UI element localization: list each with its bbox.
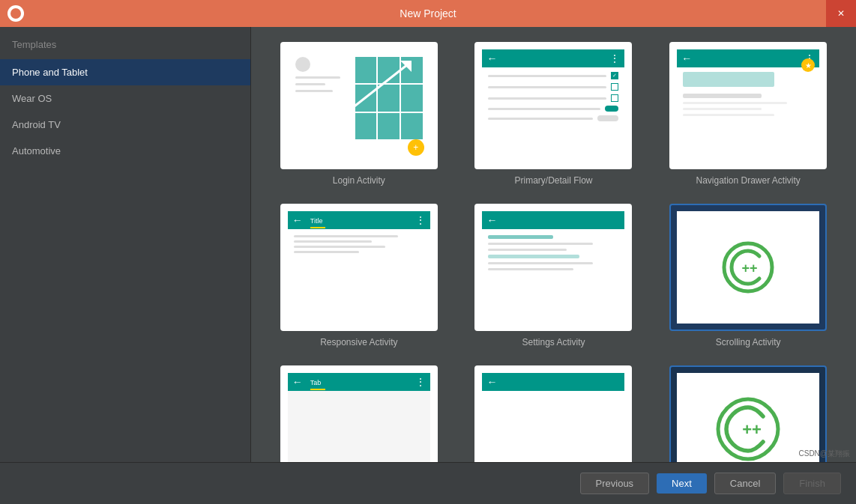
- template-item-primary-detail[interactable]: ← ⋮ ✓: [464, 42, 644, 186]
- sidebar: Templates Phone and Tablet Wear OS Andro…: [0, 27, 251, 462]
- template-item-native-cpp[interactable]: ++ Native C++: [658, 365, 838, 462]
- content-area: + Login Activity ← ⋮: [251, 27, 856, 462]
- window-title: New Project: [400, 7, 456, 19]
- svg-text:++: ++: [742, 261, 758, 276]
- template-thumb-tabbed: ← Tab ⋮: [280, 365, 438, 462]
- template-label-scrolling: Scrolling Activity: [716, 337, 781, 347]
- template-item-fragment-viewmodel[interactable]: ← Fragment + ViewModel: [464, 365, 644, 462]
- template-label-login: Login Activity: [333, 175, 385, 186]
- template-item-tabbed[interactable]: ← Tab ⋮ Tabbed Activity: [269, 365, 449, 462]
- template-item-login-activity[interactable]: + Login Activity: [269, 42, 449, 186]
- main-layout: Templates Phone and Tablet Wear OS Andro…: [0, 27, 856, 462]
- watermark: CSDN@某翔振: [799, 449, 851, 459]
- next-button[interactable]: Next: [657, 473, 707, 494]
- sidebar-item-automotive[interactable]: Automotive: [0, 138, 250, 164]
- template-label-nav-drawer: Navigation Drawer Activity: [696, 175, 800, 186]
- previous-button[interactable]: Previous: [580, 473, 650, 494]
- template-label-settings: Settings Activity: [522, 337, 585, 347]
- svg-text:++: ++: [742, 420, 762, 439]
- sidebar-heading: Templates: [0, 33, 250, 59]
- sidebar-item-phone-tablet[interactable]: Phone and Tablet: [0, 59, 250, 85]
- bottom-bar: Previous Next Cancel Finish: [0, 462, 856, 504]
- template-grid: + Login Activity ← ⋮: [269, 42, 838, 462]
- template-item-scrolling[interactable]: ++ Scrolling Activity: [658, 204, 838, 347]
- template-label-primary-detail: Primary/Detail Flow: [514, 175, 592, 186]
- template-thumb-settings: ←: [474, 204, 632, 331]
- cancel-button[interactable]: Cancel: [714, 473, 776, 494]
- template-label-responsive: Responsive Activity: [320, 337, 397, 347]
- template-thumb-nav-drawer: ← ⋮ ★: [669, 42, 827, 169]
- template-thumb-login: +: [280, 42, 438, 169]
- template-item-nav-drawer[interactable]: ← ⋮ ★ Navigation Drawer Activi: [658, 42, 838, 186]
- template-item-settings[interactable]: ← Settings Activity: [464, 204, 644, 347]
- sidebar-item-android-tv[interactable]: Android TV: [0, 112, 250, 138]
- template-thumb-responsive: ← Title ⋮: [280, 204, 438, 331]
- finish-button[interactable]: Finish: [783, 473, 841, 494]
- close-button[interactable]: ✕: [826, 0, 856, 27]
- template-item-responsive[interactable]: ← Title ⋮: [269, 204, 449, 347]
- template-thumb-fragment: ←: [474, 365, 632, 462]
- app-logo: [7, 5, 24, 22]
- sidebar-item-wear-os[interactable]: Wear OS: [0, 85, 250, 112]
- title-bar: New Project ✕: [0, 0, 856, 27]
- template-thumb-primary-detail: ← ⋮ ✓: [474, 42, 632, 169]
- template-thumb-native-cpp: ++: [669, 365, 827, 462]
- template-thumb-scrolling: ++: [669, 204, 827, 331]
